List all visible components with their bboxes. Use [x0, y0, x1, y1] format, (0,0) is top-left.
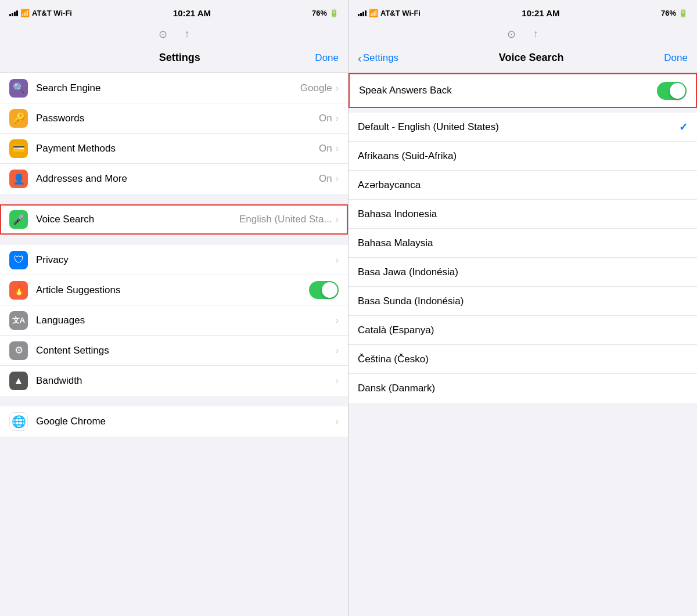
addresses-value: On [319, 173, 332, 185]
row-search-engine[interactable]: 🔍 Search Engine Google › [0, 73, 348, 103]
row-passwords[interactable]: 🔑 Passwords On › [0, 103, 348, 134]
scroll-icon-r1: ⊙ [507, 28, 516, 41]
google-chrome-icon: 🌐 [9, 412, 28, 431]
status-carrier-right: 📶 AT&T Wi-Fi [358, 9, 421, 17]
voice-search-label: Voice Search [36, 214, 239, 225]
content-settings-icon: ⚙ [9, 341, 28, 360]
privacy-label: Privacy [36, 254, 336, 266]
search-engine-chevron: › [336, 83, 339, 93]
lang-catala-label: Català (Espanya) [358, 325, 688, 336]
lang-bahasa-malaysia[interactable]: Bahasa Malaysia [348, 229, 697, 258]
signal-icon [9, 9, 18, 16]
wifi-icon: 📶 [20, 9, 30, 17]
left-done-button[interactable]: Done [315, 52, 339, 64]
back-chevron-icon: ‹ [358, 52, 362, 64]
scroll-hint-icons-right: ⊙ ↑ [507, 28, 538, 41]
passwords-icon: 🔑 [9, 109, 28, 128]
lang-afrikaans[interactable]: Afrikaans (Suid-Afrika) [348, 142, 697, 171]
row-google-chrome[interactable]: 🌐 Google Chrome › [0, 406, 348, 437]
lang-basa-sunda-label: Basa Sunda (Indonésia) [358, 296, 688, 307]
passwords-chevron: › [336, 113, 339, 124]
lang-cestina[interactable]: Čeština (Česko) [348, 345, 697, 374]
battery-icon-left: 🔋 [329, 9, 339, 17]
payment-methods-icon: 💳 [9, 139, 28, 158]
language-list-section: Default - English (United States) ✓ Afri… [348, 113, 697, 403]
row-voice-search[interactable]: 🎤 Voice Search English (United Sta... › [0, 204, 348, 235]
lang-catala[interactable]: Català (Espanya) [348, 316, 697, 345]
battery-icon-right: 🔋 [678, 9, 688, 17]
lang-default-english-label: Default - English (United States) [358, 121, 679, 133]
lang-bahasa-indonesia[interactable]: Bahasa Indonesia [348, 200, 697, 229]
addresses-chevron: › [336, 174, 339, 184]
lang-default-english[interactable]: Default - English (United States) ✓ [348, 113, 697, 142]
left-panel: 📶 AT&T Wi-Fi 10:21 AM 76% 🔋 ⊙ ↑ Settings… [0, 0, 348, 616]
section-gap-voice [348, 108, 697, 113]
scroll-icon-r2: ↑ [533, 28, 538, 41]
scroll-icon-2: ↑ [185, 28, 190, 41]
back-label: Settings [363, 52, 398, 64]
lang-basa-jawa[interactable]: Basa Jawa (Indonésia) [348, 258, 697, 287]
search-engine-value: Google [300, 82, 332, 94]
payment-methods-value: On [319, 143, 332, 154]
row-bandwidth[interactable]: ▲ Bandwidth › [0, 366, 348, 396]
speak-answers-label: Speak Answers Back [359, 85, 657, 96]
lang-azerbaijani[interactable]: Azərbaycanca [348, 171, 697, 200]
bandwidth-icon: ▲ [9, 372, 28, 390]
row-privacy[interactable]: 🛡 Privacy › [0, 245, 348, 275]
section-autofill: 🔍 Search Engine Google › 🔑 Passwords On … [0, 73, 348, 194]
row-payment-methods[interactable]: 💳 Payment Methods On › [0, 134, 348, 164]
right-done-button[interactable]: Done [664, 52, 688, 64]
battery-percent-left: 76% [312, 9, 327, 17]
lang-bahasa-malaysia-label: Bahasa Malaysia [358, 237, 688, 249]
speak-answers-row[interactable]: Speak Answers Back [348, 73, 697, 108]
battery-percent-right: 76% [661, 9, 676, 17]
speak-answers-toggle-knob [670, 83, 685, 99]
lang-cestina-label: Čeština (Česko) [358, 354, 688, 365]
right-nav-title: Voice Search [499, 52, 564, 64]
lang-afrikaans-label: Afrikaans (Suid-Afrika) [358, 150, 688, 162]
speak-answers-toggle[interactable] [657, 82, 687, 100]
search-engine-icon: 🔍 [9, 79, 28, 98]
lang-basa-sunda[interactable]: Basa Sunda (Indonésia) [348, 287, 697, 316]
left-nav-bar: Settings Done [0, 43, 348, 73]
right-nav-bar: ‹ Settings Voice Search Done [348, 43, 697, 73]
languages-chevron: › [336, 315, 339, 326]
section-gap-3 [0, 396, 348, 406]
left-nav-title: Settings [159, 52, 200, 64]
article-suggestions-toggle[interactable] [309, 281, 339, 299]
scroll-hint-right: ⊙ ↑ [348, 26, 697, 43]
scroll-icon-1: ⊙ [159, 28, 167, 41]
voice-search-value: English (United Sta... [239, 214, 332, 225]
google-chrome-chevron: › [336, 416, 339, 427]
privacy-chevron: › [336, 255, 339, 265]
scroll-hint-icons: ⊙ ↑ [159, 28, 190, 41]
passwords-label: Passwords [36, 113, 319, 124]
status-carrier-left: 📶 AT&T Wi-Fi [9, 9, 72, 17]
voice-search-icon: 🎤 [9, 210, 28, 229]
voice-search-list: Speak Answers Back Default - English (Un… [348, 73, 697, 616]
battery-right: 76% 🔋 [661, 9, 688, 17]
article-suggestions-icon: 🔥 [9, 281, 28, 300]
lang-bahasa-indonesia-label: Bahasa Indonesia [358, 208, 688, 220]
addresses-icon: 👤 [9, 170, 28, 188]
row-languages[interactable]: 文A Languages › [0, 305, 348, 336]
content-settings-chevron: › [336, 345, 339, 356]
addresses-label: Addresses and More [36, 173, 319, 185]
lang-azerbaijani-label: Azərbaycanca [358, 179, 688, 191]
payment-methods-chevron: › [336, 143, 339, 154]
section-gap-1 [0, 194, 348, 204]
back-button[interactable]: ‹ Settings [358, 52, 398, 64]
lang-dansk[interactable]: Dansk (Danmark) [348, 374, 697, 403]
privacy-icon: 🛡 [9, 251, 28, 269]
bandwidth-label: Bandwidth [36, 375, 336, 387]
row-addresses[interactable]: 👤 Addresses and More On › [0, 164, 348, 194]
settings-list: 🔍 Search Engine Google › 🔑 Passwords On … [0, 73, 348, 616]
signal-icon-right [358, 9, 367, 16]
row-article-suggestions[interactable]: 🔥 Article Suggestions [0, 275, 348, 305]
google-chrome-label: Google Chrome [36, 416, 336, 427]
row-content-settings[interactable]: ⚙ Content Settings › [0, 336, 348, 366]
right-panel: 📶 AT&T Wi-Fi 10:21 AM 76% 🔋 ⊙ ↑ ‹ Settin… [348, 0, 697, 616]
time-left: 10:21 AM [173, 8, 211, 18]
wifi-icon-right: 📶 [369, 9, 378, 17]
section-gap-2 [0, 235, 348, 245]
